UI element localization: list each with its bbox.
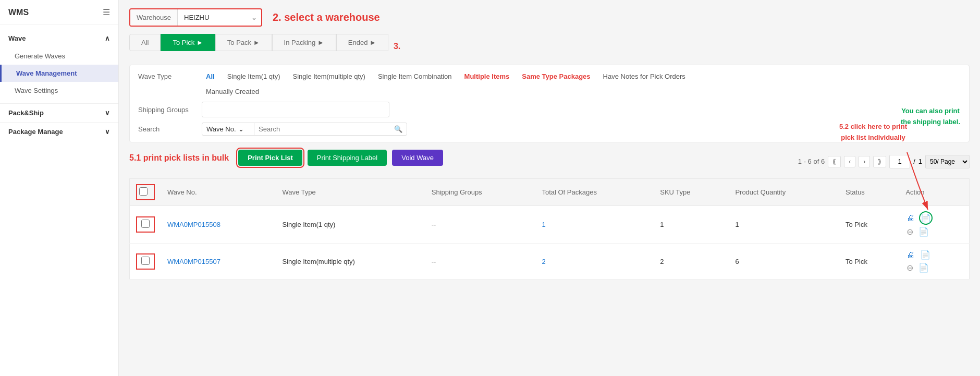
pagination-area: 1 - 6 of 6 ⟪ ‹ › ⟫ / 1 50/ Page 100/ Pag… bbox=[798, 152, 970, 172]
row1-action-row2: ⊖ 📄 bbox=[905, 226, 963, 238]
can-print-text: You can also printthe shipping label. bbox=[901, 107, 960, 126]
wave-type-manually[interactable]: Manually Created bbox=[202, 87, 263, 96]
pagination-first[interactable]: ⟪ bbox=[828, 156, 841, 167]
tab-to-pick-arrow: ► bbox=[197, 39, 203, 46]
sidebar-group-package-manage-label: Package Manage bbox=[8, 128, 63, 136]
tab-to-pick[interactable]: To Pick ► bbox=[161, 34, 215, 51]
table-header-checkbox bbox=[130, 179, 162, 206]
tab-in-packing-arrow: ► bbox=[317, 39, 324, 46]
row1-checkbox-cell bbox=[130, 206, 162, 244]
col-total-packages: Total Of Packages bbox=[535, 179, 654, 206]
row1-minus-circle-icon[interactable]: ⊖ bbox=[905, 226, 914, 238]
row1-wave-no-link[interactable]: WMA0MP015508 bbox=[167, 221, 220, 228]
warehouse-selector[interactable]: Warehouse HEIZHU ⌄ bbox=[129, 8, 262, 27]
row2-sku-type: 2 bbox=[654, 244, 729, 280]
wave-type-multiple-items[interactable]: Multiple Items bbox=[460, 71, 514, 81]
waves-table: Wave No. Wave Type Shipping Groups Total… bbox=[129, 178, 970, 280]
col-action: Action bbox=[899, 179, 969, 206]
step51-annotation: 5.1 print pick lists in bulk bbox=[129, 153, 229, 163]
row2-doc-icon[interactable]: 📄 bbox=[919, 249, 932, 261]
void-wave-button[interactable]: Void Wave bbox=[392, 150, 443, 166]
row2-doc2-icon[interactable]: 📄 bbox=[917, 262, 930, 274]
row1-wave-no: WMA0MP015508 bbox=[161, 206, 276, 244]
row2-total-packages: 2 bbox=[535, 244, 654, 280]
row2-action-row2: ⊖ 📄 bbox=[905, 262, 963, 274]
select-all-checkbox[interactable] bbox=[139, 187, 148, 196]
can-print-annotation: You can also printthe shipping label. bbox=[886, 105, 975, 127]
sidebar-toggle-icon[interactable]: ☰ bbox=[103, 7, 110, 17]
pagination-prev[interactable]: ‹ bbox=[844, 156, 855, 167]
row1-checkbox[interactable] bbox=[141, 220, 150, 228]
tab-in-packing-label: In Packing bbox=[284, 39, 316, 46]
row2-wave-no-link[interactable]: WMA0MP015507 bbox=[167, 258, 220, 265]
search-type-select[interactable]: Wave No. ⌄ bbox=[202, 123, 254, 135]
row1-status: To Pick bbox=[839, 206, 899, 244]
wave-type-all[interactable]: All bbox=[202, 71, 219, 81]
wave-type-single-1qty[interactable]: Single Item(1 qty) bbox=[223, 71, 285, 81]
wave-type-options: All Single Item(1 qty) Single Item(multi… bbox=[202, 71, 690, 81]
sidebar-item-wave-settings[interactable]: Wave Settings bbox=[0, 82, 118, 99]
search-type-chevron: ⌄ bbox=[238, 125, 244, 133]
row1-product-qty: 1 bbox=[729, 206, 839, 244]
tab-ended[interactable]: Ended ► bbox=[336, 34, 388, 51]
search-row: Search Wave No. ⌄ 🔍 bbox=[138, 123, 961, 136]
wave-type-label: Wave Type bbox=[138, 72, 195, 80]
action-row: 5.1 print pick lists in bulk Print Pick … bbox=[129, 150, 443, 166]
sidebar-group-pack-ship[interactable]: Pack&Ship ∨ bbox=[0, 103, 118, 122]
row2-checkbox[interactable] bbox=[141, 257, 150, 265]
row1-action: 🖨 📄 ⊖ 📄 bbox=[899, 206, 969, 244]
sidebar-header: WMS ☰ bbox=[0, 0, 118, 25]
row2-total-packages-link[interactable]: 2 bbox=[542, 258, 545, 265]
pagination-next[interactable]: › bbox=[859, 156, 870, 167]
row2-wave-type: Single Item(multiple qty) bbox=[276, 244, 425, 280]
wave-type-same-type[interactable]: Same Type Packages bbox=[518, 71, 594, 81]
tab-ended-label: Ended bbox=[348, 39, 368, 46]
sidebar-group-package-manage[interactable]: Package Manage ∨ bbox=[0, 122, 118, 141]
row1-doc-icon-highlighted[interactable]: 📄 bbox=[919, 211, 933, 225]
sidebar-item-generate-waves[interactable]: Generate Waves bbox=[0, 47, 118, 65]
chevron-down-icon2: ∨ bbox=[105, 128, 110, 136]
sidebar-section-wave: Wave ∧ Generate Waves Wave Management Wa… bbox=[0, 25, 118, 103]
row1-print-icon[interactable]: 🖨 bbox=[905, 212, 916, 224]
wave-type-single-multi[interactable]: Single Item(multiple qty) bbox=[289, 71, 370, 81]
row2-action: 🖨 📄 ⊖ 📄 bbox=[899, 244, 969, 280]
warehouse-chevron-icon: ⌄ bbox=[251, 14, 257, 21]
wave-type-single-combo[interactable]: Single Item Combination bbox=[374, 71, 456, 81]
tab-in-packing[interactable]: In Packing ► bbox=[272, 34, 336, 51]
app-title: WMS bbox=[8, 8, 29, 17]
row2-minus-circle-icon[interactable]: ⊖ bbox=[905, 262, 914, 274]
search-composite: Wave No. ⌄ 🔍 bbox=[202, 123, 407, 136]
row1-total-packages-link[interactable]: 1 bbox=[542, 221, 545, 228]
search-icon[interactable]: 🔍 bbox=[390, 123, 407, 135]
sidebar: WMS ☰ Wave ∧ Generate Waves Wave Managem… bbox=[0, 0, 119, 376]
row1-doc2-icon[interactable]: 📄 bbox=[917, 226, 930, 238]
sidebar-item-wave-management[interactable]: Wave Management bbox=[0, 65, 118, 82]
search-input[interactable] bbox=[254, 123, 390, 135]
shipping-groups-label: Shipping Groups bbox=[138, 106, 195, 114]
pagination-last[interactable]: ⟫ bbox=[873, 156, 886, 167]
col-product-qty: Product Quantity bbox=[729, 179, 839, 206]
col-wave-type: Wave Type bbox=[276, 179, 425, 206]
shipping-groups-row: Shipping Groups bbox=[138, 102, 961, 117]
wave-type-have-notes[interactable]: Have Notes for Pick Orders bbox=[599, 71, 690, 81]
print-pick-list-button[interactable]: Print Pick List bbox=[238, 150, 302, 166]
shipping-groups-input[interactable] bbox=[202, 102, 389, 117]
warehouse-row: Warehouse HEIZHU ⌄ 2. select a warehouse bbox=[129, 8, 970, 27]
sidebar-group-wave[interactable]: Wave ∧ bbox=[0, 29, 118, 47]
tab-all[interactable]: All bbox=[129, 34, 161, 51]
sidebar-item-wave-settings-label: Wave Settings bbox=[15, 87, 58, 94]
warehouse-dropdown[interactable]: HEIZHU ⌄ bbox=[178, 9, 261, 26]
chevron-up-icon: ∧ bbox=[105, 34, 110, 42]
sidebar-group-pack-ship-label: Pack&Ship bbox=[8, 109, 44, 117]
row2-print-icon[interactable]: 🖨 bbox=[905, 249, 916, 261]
tab-to-pack[interactable]: To Pack ► bbox=[215, 34, 272, 51]
warehouse-annotation: 2. select a warehouse bbox=[273, 11, 380, 23]
col-shipping-groups: Shipping Groups bbox=[425, 179, 536, 206]
page-input[interactable] bbox=[889, 155, 910, 168]
chevron-down-icon: ∨ bbox=[105, 109, 110, 117]
page-separator: / bbox=[913, 157, 915, 165]
table-row: WMA0MP015508 Single Item(1 qty) -- 1 1 1… bbox=[130, 206, 970, 244]
print-shipping-label-button[interactable]: Print Shipping Label bbox=[308, 150, 387, 166]
per-page-select[interactable]: 50/ Page 100/ Page bbox=[925, 155, 970, 168]
tab-to-pack-label: To Pack bbox=[227, 39, 251, 46]
